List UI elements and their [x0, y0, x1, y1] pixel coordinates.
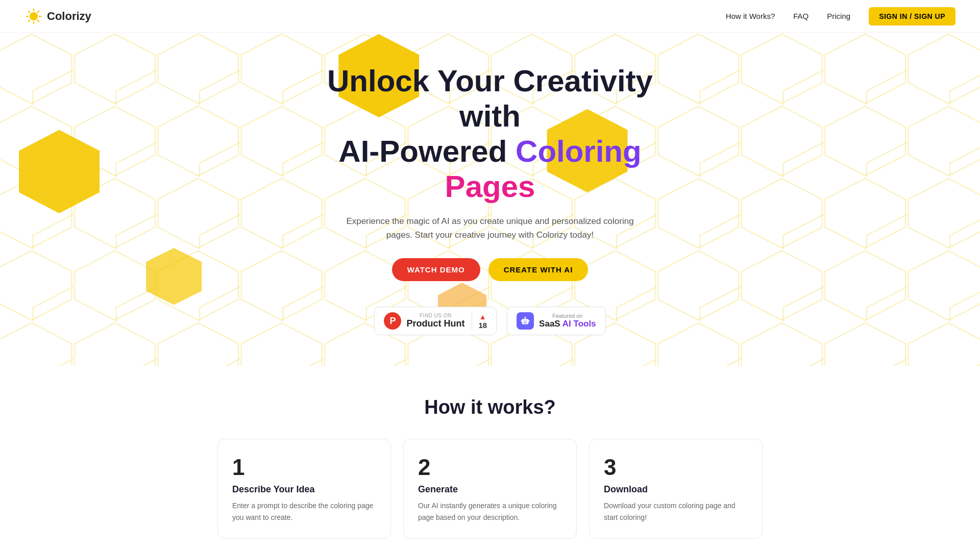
nav-link-pricing[interactable]: Pricing — [827, 12, 850, 20]
step-description: Our AI instantly generates a unique colo… — [418, 500, 562, 523]
nav-link-how[interactable]: How it Works? — [726, 12, 775, 20]
step-description: Enter a prompt to describe the coloring … — [232, 500, 376, 523]
svg-rect-23 — [521, 320, 522, 322]
steps-container: 1 Describe Your Idea Enter a prompt to d… — [20, 439, 960, 539]
svg-rect-18 — [524, 320, 525, 321]
step-number: 2 — [418, 455, 562, 480]
svg-rect-19 — [526, 320, 527, 321]
step-title: Describe Your Idea — [232, 484, 376, 495]
step-title: Download — [604, 484, 748, 495]
create-with-ai-button[interactable]: CREATE WITH AI — [488, 258, 589, 281]
svg-rect-20 — [524, 322, 527, 323]
step-card-1: 1 Describe Your Idea Enter a prompt to d… — [217, 439, 391, 539]
hero-section: Unlock Your Creativity with AI-Powered C… — [0, 33, 980, 366]
saas-icon — [517, 312, 534, 330]
product-hunt-count: ▲ 18 — [472, 313, 487, 330]
svg-rect-24 — [529, 320, 530, 322]
hero-content: Unlock Your Creativity with AI-Powered C… — [10, 63, 970, 335]
step-card-2: 2 Generate Our AI instantly generates a … — [403, 439, 577, 539]
product-hunt-number: 18 — [478, 321, 487, 330]
step-title: Generate — [418, 484, 562, 495]
product-hunt-badge[interactable]: P FIND US ON Product Hunt ▲ 18 — [374, 307, 497, 335]
hero-buttons: WATCH DEMO CREATE WITH AI — [10, 258, 970, 281]
robot-icon — [520, 315, 531, 327]
svg-line-6 — [38, 20, 39, 21]
logo[interactable]: Colorizy — [24, 7, 91, 26]
logo-icon — [24, 7, 43, 26]
nav-links: How it Works? FAQ Pricing SIGN IN / SIGN… — [726, 7, 955, 26]
svg-line-8 — [29, 20, 30, 21]
step-number: 3 — [604, 455, 748, 480]
nav-link-faq[interactable]: FAQ — [793, 12, 808, 20]
product-hunt-arrow: ▲ — [479, 313, 486, 321]
hero-subtitle: Experience the magic of AI as you create… — [342, 214, 638, 242]
how-it-works-title: How it works? — [20, 396, 960, 418]
svg-line-5 — [29, 11, 30, 12]
svg-rect-17 — [522, 319, 529, 324]
svg-line-7 — [38, 11, 39, 12]
product-hunt-find-label: FIND US ON — [406, 313, 464, 318]
hero-headline: Unlock Your Creativity with AI-Powered C… — [311, 63, 669, 204]
saas-badge[interactable]: Featured on SaaS AI Tools — [507, 307, 605, 335]
logo-text: Colorizy — [47, 10, 91, 23]
watch-demo-button[interactable]: WATCH DEMO — [392, 258, 480, 281]
sign-in-button[interactable]: SIGN IN / SIGN UP — [869, 7, 955, 26]
saas-text: Featured on SaaS AI Tools — [539, 313, 596, 329]
saas-featured-label: Featured on — [539, 313, 596, 319]
product-hunt-name: Product Hunt — [406, 318, 464, 329]
how-it-works-section: How it works? 1 Describe Your Idea Enter… — [0, 366, 980, 551]
step-description: Download your custom coloring page and s… — [604, 500, 748, 523]
product-hunt-text: FIND US ON Product Hunt — [406, 313, 464, 329]
step-number: 1 — [232, 455, 376, 480]
product-hunt-icon: P — [384, 312, 401, 330]
saas-name: SaaS AI Tools — [539, 319, 596, 329]
svg-point-0 — [30, 12, 38, 20]
badge-row: P FIND US ON Product Hunt ▲ 18 — [10, 307, 970, 335]
svg-point-22 — [525, 317, 526, 318]
navbar: Colorizy How it Works? FAQ Pricing SIGN … — [0, 0, 980, 33]
step-card-3: 3 Download Download your custom coloring… — [589, 439, 763, 539]
